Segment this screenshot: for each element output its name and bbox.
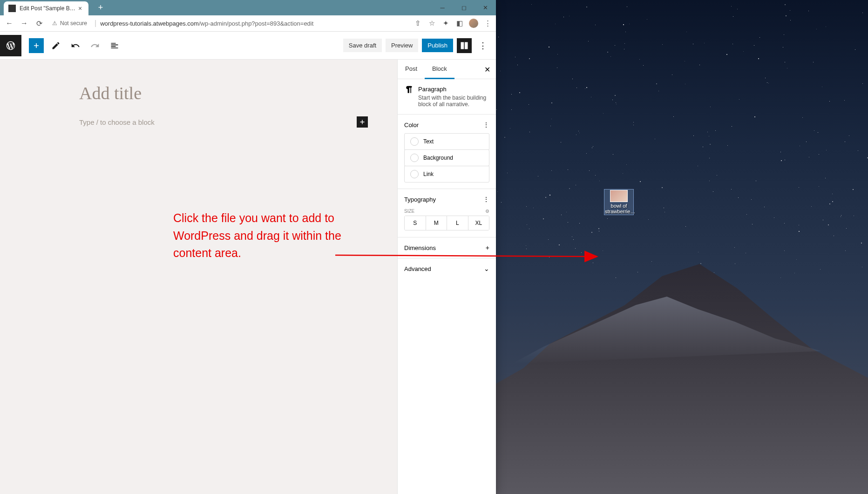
security-label: Not secure: [60, 20, 87, 27]
close-tab-icon[interactable]: ×: [76, 5, 84, 12]
color-swatch-icon: [410, 170, 419, 178]
save-draft-button[interactable]: Save draft: [343, 39, 382, 52]
forward-button[interactable]: →: [19, 18, 30, 29]
block-description: Start with the basic building block of a…: [418, 95, 489, 108]
dimensions-header[interactable]: Dimensions: [404, 244, 436, 251]
block-name: Paragraph: [418, 86, 489, 93]
tab-block[interactable]: Block: [425, 60, 454, 79]
url-host: wordpress-tutorials.atwebpages.com: [100, 20, 199, 27]
chevron-down-icon[interactable]: ⌄: [484, 265, 489, 272]
new-tab-button[interactable]: +: [94, 1, 107, 14]
typography-options-icon[interactable]: ⋮: [483, 196, 489, 203]
font-size-l[interactable]: L: [447, 216, 468, 230]
extensions-icon[interactable]: ✦: [441, 19, 450, 28]
tab-title: Edit Post "Sample Blog Post" ‹ M…: [20, 5, 76, 12]
font-size-buttons: S M L XL: [404, 216, 489, 230]
block-prompt[interactable]: Type / to choose a block: [79, 118, 155, 126]
close-window-button[interactable]: ✕: [475, 0, 496, 15]
text-color-button[interactable]: Text: [404, 133, 489, 150]
settings-sidebar: Post Block ✕ Paragraph Start with the ba…: [397, 60, 496, 494]
inline-add-block-button[interactable]: [357, 116, 368, 128]
typography-header: Typography: [404, 196, 436, 203]
options-button[interactable]: ⋮: [475, 38, 490, 53]
document-overview-button[interactable]: [107, 38, 122, 53]
color-header: Color: [404, 122, 419, 129]
paragraph-icon: [404, 86, 414, 108]
url-field[interactable]: wordpress-tutorials.atwebpages.com/wp-ad…: [100, 20, 409, 27]
editor-canvas[interactable]: Add title Type / to choose a block Click…: [0, 60, 397, 494]
desktop-file-icon[interactable]: bowl of strawberrie…: [605, 190, 633, 214]
bookmark-icon[interactable]: ☆: [427, 19, 436, 28]
warning-icon: ⚠: [52, 20, 57, 27]
minimize-button[interactable]: ─: [432, 0, 453, 15]
plus-icon[interactable]: +: [486, 244, 489, 251]
browser-titlebar: Edit Post "Sample Blog Post" ‹ M… × + ─ …: [0, 0, 496, 15]
publish-button[interactable]: Publish: [422, 39, 453, 52]
browser-window: Edit Post "Sample Blog Post" ‹ M… × + ─ …: [0, 0, 496, 494]
url-path: /wp-admin/post.php?post=893&action=edit: [199, 20, 313, 27]
font-size-m[interactable]: M: [426, 216, 448, 230]
font-size-xl[interactable]: XL: [468, 216, 489, 230]
browser-addressbar: ← → ⟳ ⚠ Not secure | wordpress-tutorials…: [0, 15, 496, 32]
tab-favicon: [8, 5, 16, 12]
preview-button[interactable]: Preview: [386, 39, 418, 52]
reload-button[interactable]: ⟳: [34, 18, 45, 29]
advanced-header[interactable]: Advanced: [404, 265, 431, 272]
color-options-icon[interactable]: ⋮: [483, 121, 489, 129]
color-swatch-icon: [410, 137, 419, 146]
size-label: SIZE: [404, 209, 414, 214]
tab-post[interactable]: Post: [398, 60, 425, 79]
wp-toolbar: Save draft Preview Publish ⋮: [0, 32, 496, 60]
annotation-text: Click the file you want to add to WordPr…: [173, 210, 350, 262]
browser-menu-icon[interactable]: ⋮: [483, 19, 492, 28]
add-block-button[interactable]: [29, 38, 44, 53]
profile-avatar[interactable]: [469, 19, 478, 28]
share-icon[interactable]: ⇧: [413, 19, 422, 28]
back-button[interactable]: ←: [4, 18, 15, 29]
undo-button[interactable]: [68, 38, 83, 53]
background-color-button[interactable]: Background: [404, 149, 489, 166]
size-settings-icon[interactable]: ⚙: [485, 209, 489, 214]
post-title-input[interactable]: Add title: [79, 83, 368, 103]
window-controls: ─ ◻ ✕: [432, 0, 496, 15]
settings-toggle-button[interactable]: [457, 38, 472, 53]
link-color-button[interactable]: Link: [404, 166, 489, 183]
file-label: bowl of strawberrie…: [605, 203, 633, 214]
side-panel-icon[interactable]: ◧: [455, 19, 464, 28]
browser-tab[interactable]: Edit Post "Sample Blog Post" ‹ M… ×: [4, 1, 88, 15]
close-sidebar-icon[interactable]: ✕: [484, 65, 490, 74]
file-thumbnail: [610, 190, 628, 202]
maximize-button[interactable]: ◻: [453, 0, 475, 15]
edit-tools-button[interactable]: [48, 38, 63, 53]
font-size-s[interactable]: S: [405, 216, 426, 230]
wordpress-logo-button[interactable]: [0, 35, 21, 56]
security-badge[interactable]: ⚠ Not secure: [48, 20, 91, 27]
color-swatch-icon: [410, 154, 419, 162]
redo-button[interactable]: [88, 38, 102, 53]
